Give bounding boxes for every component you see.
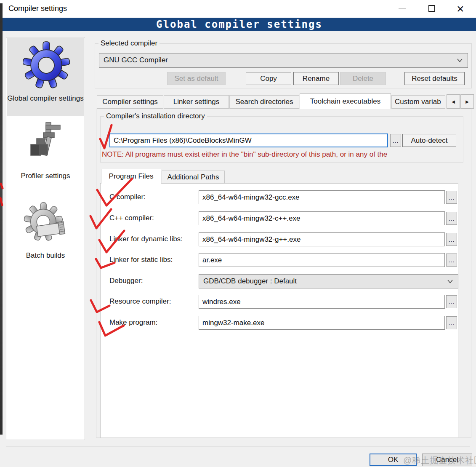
set-as-default-button[interactable]: Set as default	[167, 72, 226, 85]
sidebar-item-label: Profiler settings	[6, 171, 85, 181]
compiler-settings-dialog: Compiler settings × Global compiler sett…	[0, 0, 476, 467]
sidebar-item-global-compiler[interactable]: Global compiler settings	[7, 38, 84, 116]
chevron-down-icon	[457, 59, 463, 62]
tab-compiler-settings[interactable]: Compiler settings	[97, 95, 163, 109]
compiler-select-value: GNU GCC Compiler	[104, 56, 168, 64]
rename-button[interactable]: Rename	[293, 72, 339, 85]
static-linker-label: Linker for static libs:	[109, 256, 173, 264]
delete-button[interactable]: Delete	[340, 72, 386, 85]
dialog-header: Global compiler settings	[3, 18, 476, 31]
auto-detect-button[interactable]: Auto-detect	[402, 134, 456, 147]
cpp-compiler-label: C++ compiler:	[109, 214, 154, 222]
c-compiler-browse-button[interactable]: ...	[446, 191, 457, 204]
dynamic-linker-label: Linker for dynamic libs:	[109, 235, 183, 243]
browse-directory-button[interactable]: ...	[390, 134, 401, 147]
selected-compiler-group-title: Selected compiler	[98, 39, 160, 48]
window-titlebar: Compiler settings ×	[0, 0, 476, 18]
settings-sidebar: Global compiler settings Profiler settin…	[6, 37, 85, 440]
tab-search-directories[interactable]: Search directories	[229, 95, 299, 109]
c-compiler-label: C compiler:	[109, 193, 146, 201]
minimize-icon[interactable]	[399, 8, 406, 9]
debugger-select-value: GDB/CDB debugger : Default	[203, 277, 297, 286]
dynamic-linker-browse-button[interactable]: ...	[446, 233, 457, 246]
debugger-label: Debugger:	[109, 277, 143, 285]
static-linker-browse-button[interactable]: ...	[446, 254, 457, 267]
resource-compiler-browse-button[interactable]: ...	[446, 295, 457, 308]
static-linker-input[interactable]	[199, 253, 445, 267]
cpp-compiler-input[interactable]	[199, 211, 445, 225]
footer-divider	[6, 446, 470, 446]
sidebar-item-profiler[interactable]: Profiler settings	[6, 116, 85, 200]
gray-gear-icon	[23, 202, 67, 247]
maximize-icon[interactable]	[428, 5, 435, 12]
make-program-label: Make program:	[109, 318, 157, 327]
c-compiler-input[interactable]	[199, 190, 445, 204]
selected-compiler-group: Selected compiler GNU GCC Compiler Set a…	[95, 43, 472, 88]
installation-directory-group: Compiler's installation directory ... Au…	[100, 116, 463, 163]
copy-button[interactable]: Copy	[246, 72, 291, 85]
debugger-select[interactable]: GDB/CDB debugger : Default	[199, 274, 458, 288]
cpp-compiler-browse-button[interactable]: ...	[446, 212, 457, 225]
screen-edge-strip	[0, 3, 3, 435]
reset-defaults-button[interactable]: Reset defaults	[404, 72, 465, 85]
make-program-browse-button[interactable]: ...	[446, 316, 457, 329]
chevron-down-icon	[447, 280, 453, 283]
subtab-program-files[interactable]: Program Files	[101, 169, 161, 184]
make-program-input[interactable]	[199, 316, 445, 330]
close-icon[interactable]: ×	[457, 1, 464, 17]
compiler-select[interactable]: GNU GCC Compiler	[99, 53, 468, 68]
caliper-icon	[24, 120, 66, 167]
tab-linker-settings[interactable]: Linker settings	[164, 95, 229, 109]
window-title: Compiler settings	[8, 4, 67, 13]
tab-scroll-right-icon[interactable]: ▶	[460, 94, 474, 109]
resource-compiler-label: Resource compiler:	[109, 297, 171, 306]
sidebar-item-label: Global compiler settings	[7, 93, 84, 103]
sidebar-item-batch-builds[interactable]: Batch builds	[6, 198, 85, 283]
ok-button[interactable]: OK	[370, 454, 417, 466]
tab-toolchain-executables[interactable]: Toolchain executables	[300, 93, 391, 109]
resource-compiler-input[interactable]	[199, 295, 445, 309]
installation-directory-group-title: Compiler's installation directory	[104, 112, 207, 120]
sidebar-item-label: Batch builds	[6, 251, 85, 260]
cancel-button[interactable]: Cancel	[422, 454, 472, 466]
tab-custom-variables[interactable]: Custom variab	[391, 95, 445, 109]
tab-scroll-left-icon[interactable]: ◀	[447, 94, 460, 109]
installation-directory-input[interactable]	[109, 133, 388, 147]
program-files-page: C compiler: ... C++ compiler: ... Linker…	[100, 183, 458, 438]
subtab-additional-paths[interactable]: Additional Paths	[162, 171, 225, 184]
toolchain-executables-panel: Compiler's installation directory ... Au…	[96, 109, 471, 438]
bin-subdirectory-note: NOTE: All programs must exist either in …	[102, 150, 387, 159]
dynamic-linker-input[interactable]	[199, 232, 445, 246]
blue-gear-icon	[23, 40, 70, 90]
